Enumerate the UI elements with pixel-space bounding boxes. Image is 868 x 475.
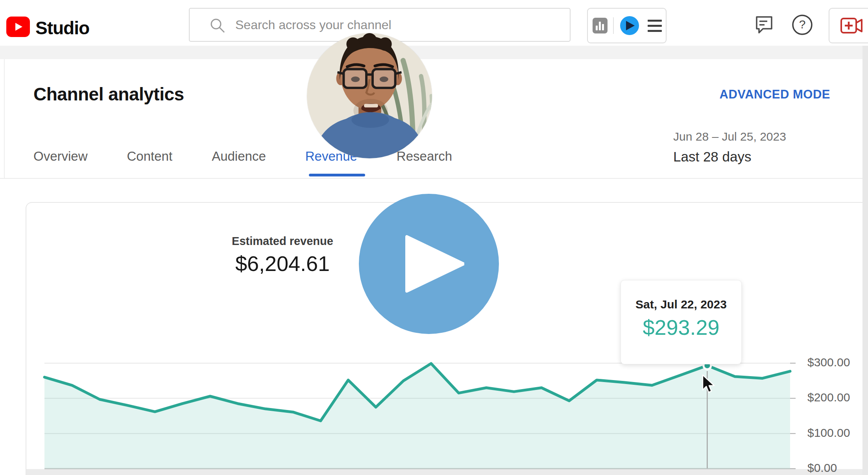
- y-axis-label: $100.00: [807, 426, 862, 440]
- search-placeholder: Search across your channel: [235, 18, 392, 32]
- create-button[interactable]: [829, 8, 868, 43]
- page-title: Channel analytics: [33, 83, 184, 105]
- tab-research[interactable]: Research: [397, 149, 452, 164]
- y-axis-label: $200.00: [807, 391, 862, 404]
- active-tab-underline: [309, 174, 365, 176]
- menu-icon[interactable]: [648, 20, 662, 32]
- studio-wordmark: Studio: [35, 17, 89, 39]
- analytics-icon[interactable]: [593, 18, 608, 33]
- webcam-avatar: [307, 33, 432, 158]
- video-play-button[interactable]: [359, 194, 499, 334]
- extension-play-icon[interactable]: [620, 16, 639, 35]
- youtube-logo[interactable]: [6, 17, 30, 37]
- toolbar-divider: [613, 17, 614, 34]
- presenter-illustration: [307, 33, 432, 158]
- tabs-divider: [0, 178, 868, 179]
- tab-audience[interactable]: Audience: [212, 149, 266, 164]
- mouse-cursor: [701, 374, 716, 394]
- date-range-picker[interactable]: Last 28 days: [673, 149, 751, 165]
- svg-text:?: ?: [799, 18, 806, 31]
- page-scrollbar[interactable]: [862, 46, 868, 475]
- create-video-icon: [840, 16, 864, 35]
- content-left-rule: [4, 59, 5, 178]
- header-separator-band: [0, 46, 868, 59]
- play-icon: [405, 235, 464, 293]
- date-range-text: Jun 28 – Jul 25, 2023: [673, 130, 786, 143]
- tab-overview[interactable]: Overview: [33, 149, 88, 164]
- metric-value: $6,204.61: [204, 251, 361, 276]
- tooltip-value: $293.29: [621, 315, 741, 340]
- help-icon[interactable]: ?: [791, 13, 814, 36]
- play-glyph-icon: [13, 22, 23, 32]
- top-bar: Studio Search across your channel: [0, 0, 868, 46]
- advanced-mode-link[interactable]: ADVANCED MODE: [720, 87, 831, 102]
- youtube-studio-app: Studio Search across your channel: [0, 0, 868, 475]
- extension-triangle-icon: [623, 19, 636, 32]
- chart-tooltip: Sat, Jul 22, 2023 $293.29: [621, 280, 742, 364]
- y-axis-label: $300.00: [807, 356, 862, 369]
- feedback-icon[interactable]: [754, 14, 774, 35]
- tab-content[interactable]: Content: [127, 149, 173, 164]
- y-axis-label: $0.00: [807, 461, 862, 475]
- search-icon: [209, 17, 227, 35]
- metric-label[interactable]: Estimated revenue: [204, 235, 361, 248]
- extension-toolbar: [587, 8, 667, 43]
- tooltip-date: Sat, Jul 22, 2023: [621, 298, 741, 311]
